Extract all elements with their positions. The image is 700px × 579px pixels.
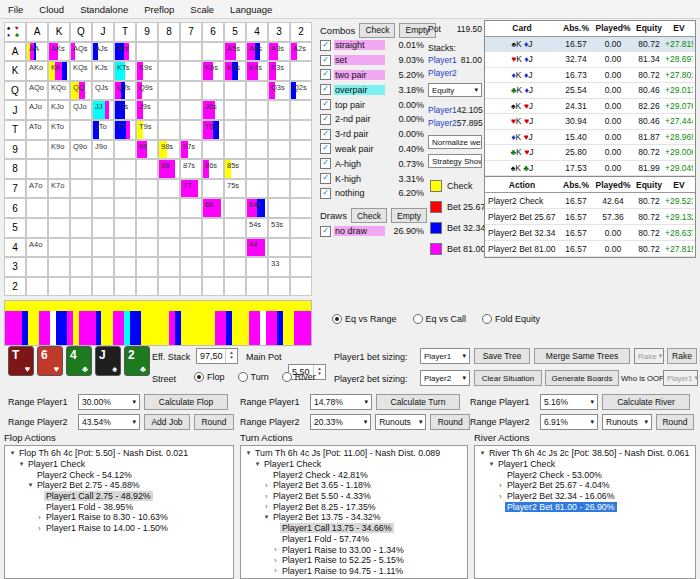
matrix-cell-AQs[interactable]: AQs: [70, 42, 92, 62]
matrix-cell-8A[interactable]: [26, 159, 48, 179]
tree-node[interactable]: ▾Turn Th 6h 4c Js [Pot: 11.00] - Nash Di…: [242, 448, 466, 459]
matrix-cell-23[interactable]: [268, 277, 290, 297]
matrix-cell-A2s[interactable]: A2s: [290, 42, 312, 62]
table-row[interactable]: ♠K ♥J24.310.0082.26+29.076: [485, 99, 695, 115]
matrix-cell-AKo[interactable]: AKo: [26, 61, 48, 81]
table-row[interactable]: ♠K ♣J17.530.0081.99+29.049: [485, 161, 695, 177]
matrix-cell-7Q[interactable]: [70, 179, 92, 199]
matrix-cell-9A[interactable]: [26, 140, 48, 160]
matrix-cell-56[interactable]: [202, 218, 224, 238]
table-row[interactable]: ♣K ♥J25.800.0080.72+29.006: [485, 145, 695, 161]
table-row[interactable]: Player2 Bet 25.6716.5757.3680.72+29.132: [485, 209, 695, 225]
menu-item-scale[interactable]: Scale: [182, 4, 222, 15]
tree-node[interactable]: Player1 Fold - 38.95%: [6, 501, 232, 512]
matrix-cell-3A[interactable]: [26, 257, 48, 277]
board-card-J♠[interactable]: J♠: [95, 346, 121, 376]
table-row[interactable]: Player2 Bet 32.3416.570.0080.72+28.637: [485, 225, 695, 241]
matrix-cell-74[interactable]: [246, 179, 268, 199]
combo-row-straight[interactable]: ✓straight0.01%: [320, 38, 424, 53]
matrix-cell-8T[interactable]: [114, 159, 136, 179]
matrix-cell-KTo[interactable]: KTo: [48, 120, 70, 140]
matrix-cell-73[interactable]: [268, 179, 290, 199]
board-card-2♣[interactable]: 2♣: [124, 346, 150, 376]
tree-node[interactable]: ›Player1 Raise to 14.00 - 1.50%: [6, 523, 232, 534]
tree-node[interactable]: ›Player2 Bet 32.34 - 16.06%: [476, 491, 694, 502]
table-row[interactable]: Player2 Check16.5742.6480.72+29.523: [485, 193, 695, 209]
matrix-cell-Q6[interactable]: [202, 81, 224, 101]
radio-street-river[interactable]: River: [282, 372, 316, 382]
tree-expander-icon[interactable]: ▾: [17, 460, 26, 468]
matrix-cell-89[interactable]: [136, 159, 158, 179]
tree-expander-icon[interactable]: ▾: [8, 449, 17, 457]
eff-stack-spinner[interactable]: 97,50▲▼: [196, 348, 238, 364]
matrix-cell-4Q[interactable]: [70, 238, 92, 258]
matrix-cell-A7[interactable]: [180, 42, 202, 62]
matrix-cell-T8[interactable]: [158, 120, 180, 140]
tree-node[interactable]: ▾Player1 Check: [6, 459, 232, 470]
matrix-cell-54s[interactable]: 54s: [246, 218, 268, 238]
matrix-cell-JJ[interactable]: JJ: [92, 100, 114, 120]
board-card-6♥[interactable]: 6♥: [37, 346, 63, 376]
matrix-cell-2A[interactable]: [26, 277, 48, 297]
spinner-arrows-icon[interactable]: ▲▼: [225, 349, 237, 363]
matrix-cell-25[interactable]: [224, 277, 246, 297]
matrix-cell-KJo[interactable]: KJo: [48, 100, 70, 120]
round-river-button[interactable]: Round: [656, 414, 694, 430]
runouts-river-dropdown[interactable]: Runouts▾: [602, 414, 652, 430]
matrix-cell-78[interactable]: [158, 179, 180, 199]
matrix-cell-38[interactable]: [158, 257, 180, 277]
board-card-T♥[interactable]: T♥: [8, 346, 34, 376]
matrix-cell-T6s[interactable]: T6s: [202, 120, 224, 140]
tree-node[interactable]: ▾Player2 Bet 13.75 - 34.32%: [242, 512, 466, 523]
tree-node[interactable]: ▾Flop Th 6h 4c [Pot: 5.50] - Nash Dist. …: [6, 448, 232, 459]
matrix-cell-62[interactable]: [290, 198, 312, 218]
matrix-cell-ATo[interactable]: ATo: [26, 120, 48, 140]
table-row[interactable]: ♠K ♦J16.570.0080.72+27.815: [485, 37, 695, 53]
combo-row-nothing[interactable]: ✓nothing6.20%: [320, 186, 424, 201]
matrix-cell-76[interactable]: [202, 179, 224, 199]
matrix-cell-Q9o[interactable]: Q9o: [70, 140, 92, 160]
matrix-cell-63[interactable]: [268, 198, 290, 218]
matrix-cell-8K[interactable]: [48, 159, 70, 179]
matrix-cell-AA[interactable]: AA: [26, 42, 48, 62]
add-job-button[interactable]: Add Job: [144, 414, 190, 430]
matrix-cell-A5s[interactable]: A5s: [224, 42, 246, 62]
matrix-cell-KJs[interactable]: KJs: [92, 61, 114, 81]
matrix-cell-48[interactable]: [158, 238, 180, 258]
tree-node[interactable]: Player1 Fold - 57.74%: [242, 534, 466, 545]
matrix-cell-AJs[interactable]: AJs: [92, 42, 114, 62]
matrix-cell-7T[interactable]: [114, 179, 136, 199]
matrix-cell-24[interactable]: [246, 277, 268, 297]
equity-player2-link[interactable]: Player2: [428, 118, 457, 128]
tree-expander-icon[interactable]: ›: [262, 503, 271, 510]
range-p1-turn-dropdown[interactable]: 14.78%▾: [310, 394, 372, 410]
tree-node[interactable]: Player1 Call 2.75 - 48.92%: [6, 491, 232, 502]
menu-item-preflop[interactable]: Preflop: [136, 4, 182, 15]
matrix-cell-6K[interactable]: [48, 198, 70, 218]
combo-row-3-rd-pair[interactable]: ✓3-rd pair0.00%: [320, 127, 424, 142]
tree-expander-icon[interactable]: ›: [262, 493, 271, 500]
matrix-cell-K8[interactable]: [158, 61, 180, 81]
combo-checkbox[interactable]: ✓: [320, 158, 331, 169]
combo-checkbox[interactable]: ✓: [320, 55, 331, 66]
matrix-cell-TT[interactable]: TT: [114, 120, 136, 140]
tree-expander-icon[interactable]: ›: [496, 482, 505, 489]
matrix-cell-75s[interactable]: 75s: [224, 179, 246, 199]
calculate-river-button[interactable]: Calculate River: [602, 394, 690, 410]
matrix-cell-4J[interactable]: [92, 238, 114, 258]
matrix-cell-KK[interactable]: KK: [48, 61, 70, 81]
matrix-cell-K3s[interactable]: K3s: [268, 61, 290, 81]
matrix-cell-5K[interactable]: [48, 218, 70, 238]
radio-eq-eq-vs-call[interactable]: Eq vs Call: [413, 314, 467, 324]
matrix-cell-9T[interactable]: [114, 140, 136, 160]
tree-node[interactable]: Player2 Check - 54.12%: [6, 469, 232, 480]
matrix-cell-5J[interactable]: [92, 218, 114, 238]
matrix-cell-K7[interactable]: [180, 61, 202, 81]
tree-expander-icon[interactable]: ›: [271, 567, 280, 574]
matrix-cell-8Q[interactable]: [70, 159, 92, 179]
matrix-cell-2Q[interactable]: [70, 277, 92, 297]
combo-checkbox[interactable]: ✓: [320, 69, 331, 80]
round-turn-button[interactable]: Round: [430, 414, 470, 430]
range-p2-turn-dropdown[interactable]: 20.33%▾: [310, 414, 371, 430]
matrix-cell-AKs[interactable]: AKs: [48, 42, 70, 62]
